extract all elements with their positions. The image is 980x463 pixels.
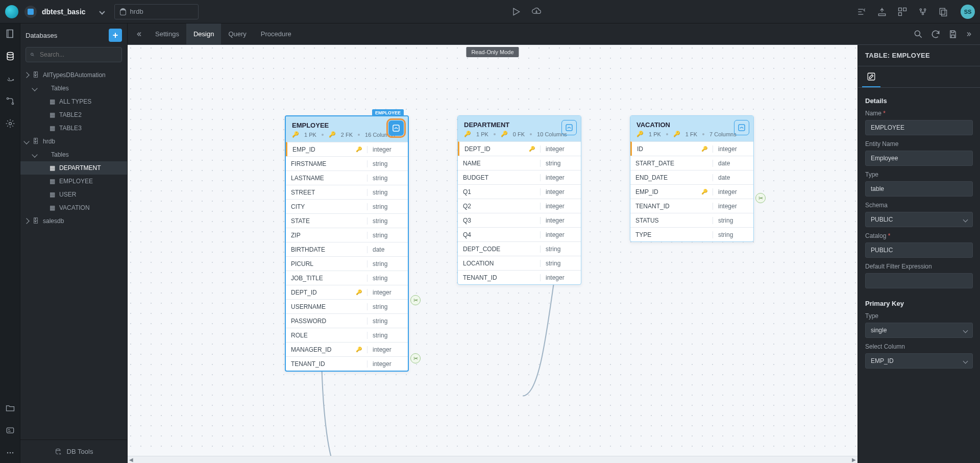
column-row[interactable]: PASSWORDstring [286, 313, 408, 328]
search-field[interactable] [39, 51, 117, 59]
table-options-button[interactable] [561, 120, 577, 135]
config-button[interactable] [916, 5, 930, 19]
scroll-right-icon[interactable]: ▶ [850, 456, 857, 464]
column-row[interactable]: PICURLstring [286, 256, 408, 271]
column-row[interactable]: LOCATIONstring [458, 256, 581, 270]
column-row[interactable]: Q2integer [458, 199, 581, 213]
tab-query[interactable]: Query [221, 23, 253, 44]
db-tools-button[interactable]: DB Tools [20, 440, 127, 463]
expand-details-button[interactable] [963, 31, 976, 38]
field-pk-type[interactable]: single [865, 323, 973, 338]
table-card-vacation[interactable]: VACATION🔑1 PK🔑1 FK7 ColumnsID🔑integerSTA… [630, 115, 754, 242]
run-button[interactable] [509, 5, 523, 19]
column-row[interactable]: TYPEstring [630, 227, 753, 241]
preview-button[interactable] [854, 5, 869, 19]
relation-node-icon[interactable]: ✂ [410, 295, 421, 305]
column-row[interactable]: TENANT_IDinteger [458, 270, 581, 284]
deploy-button[interactable] [529, 5, 544, 19]
rail-java-icon[interactable] [4, 72, 16, 85]
column-row[interactable]: EMP_ID🔑integer [286, 142, 408, 156]
column-row[interactable]: Q3integer [458, 213, 581, 227]
logo[interactable] [5, 5, 18, 18]
canvas-hscrollbar[interactable]: ◀ ▶ [128, 456, 857, 463]
column-row[interactable]: Q1integer [458, 184, 581, 199]
database-selector[interactable]: hrdb [114, 4, 199, 19]
tree-node[interactable]: Tables [20, 148, 127, 161]
add-database-button[interactable]: + [109, 29, 122, 42]
details-tab-edit[interactable] [862, 66, 880, 87]
column-row[interactable]: DEPT_ID🔑integer [286, 285, 408, 299]
rail-explorer-icon[interactable] [4, 28, 16, 40]
collapse-sidebar-button[interactable] [132, 31, 146, 38]
column-row[interactable]: USERNAMEstring [286, 299, 408, 313]
column-row[interactable]: START_DATEdate [630, 156, 753, 170]
column-row[interactable]: BUDGETinteger [458, 170, 581, 184]
files-button[interactable] [936, 5, 950, 19]
column-row[interactable]: STATEstring [286, 213, 408, 228]
tree-node[interactable]: ▦TABLE3 [20, 121, 127, 135]
vcs-button[interactable] [895, 5, 910, 19]
tree-node[interactable]: 🗄salesdb [20, 214, 127, 228]
scroll-left-icon[interactable]: ◀ [128, 456, 135, 464]
field-filter[interactable] [865, 273, 973, 288]
tab-settings[interactable]: Settings [148, 23, 186, 44]
field-type[interactable]: table [865, 181, 973, 197]
tree-node[interactable]: ▦DEPARTMENT [20, 161, 127, 175]
avatar[interactable]: SS [961, 5, 975, 19]
search-input[interactable] [26, 47, 122, 62]
field-pk-col[interactable]: EMP_ID [865, 353, 973, 369]
tree-node[interactable]: ▦ALL TYPES [20, 95, 127, 108]
tree-node[interactable]: 🗄AllTypesDBAutomation [20, 68, 127, 82]
column-row[interactable]: TENANT_IDinteger [630, 199, 753, 213]
refresh-button[interactable] [928, 27, 943, 42]
column-row[interactable]: DEPT_CODEstring [458, 241, 581, 256]
rail-files-icon[interactable] [4, 402, 16, 414]
tree-node[interactable]: ▦USER [20, 188, 127, 201]
table-card-department[interactable]: DEPARTMENT🔑1 PK🔑0 FK10 ColumnsDEPT_ID🔑in… [457, 115, 581, 285]
tree-node[interactable]: ▦VACATION [20, 201, 127, 214]
column-row[interactable]: TENANT_IDinteger [286, 356, 408, 371]
rail-more-icon[interactable] [4, 447, 16, 459]
column-type: integer [713, 145, 753, 153]
column-row[interactable]: MANAGER_ID🔑integer [286, 342, 408, 356]
field-name[interactable]: EMPLOYEE [865, 120, 973, 135]
column-row[interactable]: ROLEstring [286, 328, 408, 342]
table-card-employee[interactable]: EMPLOYEEEMPLOYEE🔑1 PK🔑2 FK16 ColumnsEMP_… [285, 115, 409, 372]
field-entity[interactable]: Employee [865, 151, 973, 166]
column-row[interactable]: STREETstring [286, 185, 408, 199]
tab-procedure[interactable]: Procedure [254, 23, 299, 44]
tree-node[interactable]: ▦EMPLOYEE [20, 175, 127, 188]
rail-api-icon[interactable] [4, 95, 16, 107]
column-row[interactable]: EMP_ID🔑integer [630, 184, 753, 199]
column-type: integer [367, 346, 408, 353]
column-row[interactable]: STATUSstring [630, 213, 753, 227]
tree-node[interactable]: 🗄hrdb [20, 135, 127, 148]
column-row[interactable]: END_DATEdate [630, 170, 753, 184]
export-button[interactable] [875, 5, 889, 19]
column-row[interactable]: JOB_TITLEstring [286, 271, 408, 285]
relation-node-icon[interactable]: ✂ [755, 193, 766, 203]
tab-design[interactable]: Design [186, 23, 221, 44]
column-row[interactable]: FIRSTNAMEstring [286, 156, 408, 170]
column-row[interactable]: DEPT_ID🔑integer [458, 141, 581, 156]
rail-logs-icon[interactable] [4, 424, 16, 436]
column-row[interactable]: ZIPstring [286, 228, 408, 242]
rail-settings-icon[interactable] [4, 117, 16, 130]
column-row[interactable]: Q4integer [458, 227, 581, 241]
project-switcher[interactable]: dbtest_basic [24, 6, 104, 18]
table-options-button[interactable] [734, 120, 749, 135]
field-catalog[interactable]: PUBLIC [865, 242, 973, 258]
table-options-button[interactable] [388, 120, 404, 136]
save-button[interactable] [945, 27, 961, 42]
column-row[interactable]: BIRTHDATEdate [286, 242, 408, 256]
column-row[interactable]: ID🔑integer [630, 141, 753, 156]
tree-node[interactable]: Tables [20, 82, 127, 95]
rail-database-icon[interactable] [4, 50, 16, 62]
search-canvas-button[interactable] [911, 27, 926, 42]
column-row[interactable]: NAMEstring [458, 156, 581, 170]
column-row[interactable]: LASTNAMEstring [286, 170, 408, 185]
tree-node[interactable]: ▦TABLE2 [20, 108, 127, 121]
field-schema[interactable]: PUBLIC [865, 212, 973, 227]
relation-node-icon[interactable]: ✂ [410, 353, 421, 363]
column-row[interactable]: CITYstring [286, 199, 408, 213]
